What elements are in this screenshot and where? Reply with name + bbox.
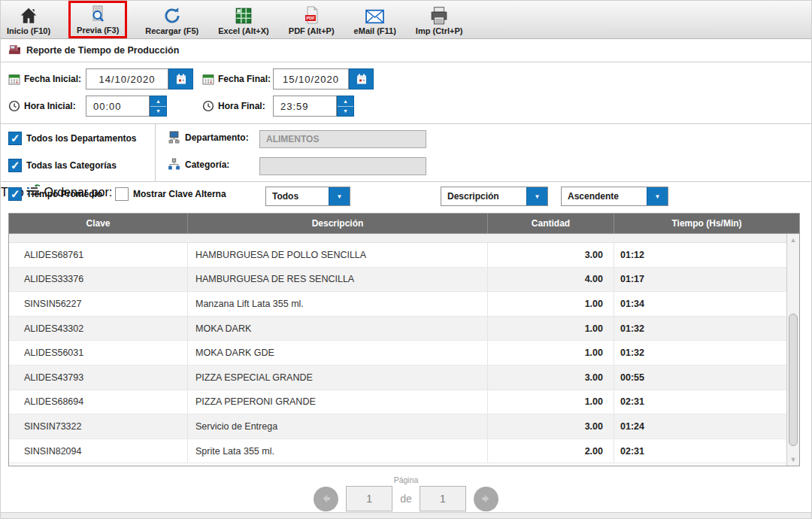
table-row[interactable]: SINSIN56227Manzana Lift Lata 355 ml.1.00… [9,292,799,317]
toolbar-button-pdf[interactable]: PDF PDF (Alt+P) [289,5,335,35]
arrow-right-icon [480,493,492,505]
section-divider [155,124,156,181]
time-filter-row: Hora Inicial: ▲▼ Hora Final: ▲▼ [1,96,811,117]
table-row[interactable]: ALIDES68761HAMBURGUESA DE POLLO SENCILLA… [9,243,799,268]
departamento-input[interactable] [259,130,426,148]
spinner-up-icon: ▲ [338,96,353,107]
table-row[interactable]: ALIDES43302MOKA DARK1.0001:32 [9,317,799,341]
preview-icon [89,4,107,25]
chevron-down-icon: ▼ [329,187,350,205]
table-header: Clave Descripción Cantidad Tiempo (Hs/Mi… [9,214,799,234]
calendar-icon [202,73,214,85]
spinner-down-icon: ▼ [150,107,166,117]
department-filter-section: Todos los Departamentos Todas las Catego… [1,123,811,182]
categoria-field-group: Categoría: [168,158,229,171]
page-title: Reporte de Tiempo de Producción [26,45,179,56]
chevron-down-icon: ▼ [647,187,668,205]
spinner-up-icon: ▲ [150,96,166,107]
current-page-input[interactable] [346,486,392,511]
fecha-inicial-label-group: Fecha Inicial: [8,68,81,90]
table-row[interactable]: ALIDES56031MOKA DARK GDE1.0001:32 [9,341,799,366]
toolbar-button-excel[interactable]: Excel (Alt+X) [218,5,269,35]
todos-departamentos-checkbox[interactable] [8,132,22,145]
hora-final-input[interactable] [273,96,337,117]
column-header-descripcion[interactable]: Descripción [188,214,488,233]
scroll-down-icon[interactable]: ▼ [787,456,799,463]
table-row[interactable]: SINSIN82094Sprite Lata 355 ml.2.0002:31 [9,439,799,464]
email-icon [365,5,385,26]
tiempo-promedio-option: Tiempo Promedio [8,187,102,201]
hora-inicial-input[interactable] [86,96,150,117]
toolbar-button-imprimir[interactable]: Imp (Ctrl+P) [416,5,463,35]
ordenar-por-dropdown[interactable]: Descripción ▼ [441,187,548,206]
hora-inicial-label-group: Hora Inicial: [8,96,76,117]
fecha-final-label-group: Fecha Final: [202,68,271,90]
clock-icon [202,100,214,112]
fecha-inicial-input[interactable] [86,68,168,90]
app-window: Inicio (F10) Previa (F3) Recargar (F5) [0,0,812,519]
table-row[interactable]: SINSIN73322Servicio de Entrega3.0001:24 [9,414,799,439]
spinner-down-icon: ▼ [338,107,353,117]
hora-final-label-group: Hora Final: [202,96,265,117]
toolbar-label: Inicio (F10) [7,26,50,35]
department-icon [168,131,180,144]
todos-departamentos-option: Todos los Departamentos [8,132,136,145]
toolbar-label: PDF (Alt+P) [289,26,335,35]
total-pages-input[interactable] [420,486,466,511]
previous-page-button[interactable] [314,487,338,511]
tiempo-promedio-checkbox[interactable] [8,187,22,201]
printer-icon [429,5,449,26]
svg-text:PDF: PDF [307,16,316,20]
column-header-cantidad[interactable]: Cantidad [488,214,614,233]
column-header-clave[interactable]: Clave [9,214,188,233]
sort-direction-dropdown[interactable]: Ascendente ▼ [561,187,668,206]
excel-icon [234,5,253,26]
toolbar-label: Imp (Ctrl+P) [416,26,463,35]
toolbar-label: Recargar (F5) [145,26,198,35]
chevron-down-icon: ▼ [526,187,547,205]
home-icon [19,5,38,26]
fecha-inicial-calendar-button[interactable] [168,68,193,90]
table-row[interactable]: ALIDES68694PIZZA PEPERONI GRANDE1.0002:3… [9,390,799,415]
fecha-final-calendar-button[interactable] [349,68,374,90]
toolbar-button-inicio[interactable]: Inicio (F10) [7,5,50,35]
table-row[interactable]: ALIDES33376HAMBURGUESA DE RES SENCILLA4.… [9,268,799,293]
todas-categorias-option: Todas las Categorías [8,159,117,172]
toolbar-button-previa[interactable]: Previa (F3) [68,1,127,38]
toolbar-button-email[interactable]: eMail (F11) [354,5,396,35]
toolbar-label: Previa (F3) [77,26,119,35]
table-row[interactable]: ALIDES43793PIZZA ESPECIAL GRANDE3.0000:5… [9,366,799,390]
column-header-tiempo[interactable]: Tiempo (Hs/Min) [614,214,799,233]
clock-icon [8,100,20,112]
toolbar-label: Excel (Alt+X) [218,26,269,35]
mostrar-clave-alterna-option: Mostrar Clave Alterna [115,187,226,201]
partial-row [9,234,799,243]
refresh-icon [162,5,182,26]
options-row: Tiempo Promedio Mostrar Clave Alterna Ti… [1,184,811,208]
calendar-picker-icon [175,73,187,85]
status-bar [1,512,811,518]
calendar-picker-icon [356,73,368,85]
toolbar-label: eMail (F11) [354,26,396,35]
pdf-icon: PDF [302,5,320,26]
toolbar: Inicio (F10) Previa (F3) Recargar (F5) [1,1,811,39]
tipo-dropdown[interactable]: Todos ▼ [265,187,350,206]
report-title-bar: Reporte de Tiempo de Producción [1,39,811,62]
scrollbar-thumb[interactable] [789,314,798,446]
page-separator-label: de [400,493,412,505]
date-filter-row: Fecha Inicial: Fecha Final: [1,68,811,90]
pagina-label: Página [394,475,419,484]
vertical-scrollbar[interactable]: ▲ ▼ [786,234,799,466]
hora-final-spinner[interactable]: ▲▼ [337,96,354,117]
next-page-button[interactable] [474,487,498,511]
categoria-input[interactable] [259,157,426,175]
mostrar-clave-alterna-checkbox[interactable] [115,187,129,201]
scroll-up-icon[interactable]: ▲ [787,236,799,244]
arrow-left-icon [320,493,332,505]
calendar-icon [8,73,20,85]
fecha-final-input[interactable] [273,68,349,90]
toolbar-button-recargar[interactable]: Recargar (F5) [145,5,198,35]
departamento-field-group: Departamento: [168,131,249,144]
hora-inicial-spinner[interactable]: ▲▼ [150,96,167,117]
todas-categorias-checkbox[interactable] [8,159,22,172]
